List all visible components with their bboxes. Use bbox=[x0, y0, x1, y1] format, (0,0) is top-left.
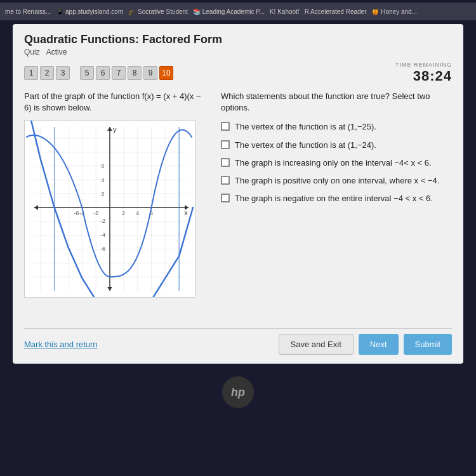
browser-tab[interactable]: 📚 Leading Academic P... bbox=[193, 8, 265, 15]
question-num-6[interactable]: 6 bbox=[96, 66, 110, 80]
svg-text:2: 2 bbox=[102, 192, 105, 198]
option-text-3: The graph is increasing only on the inte… bbox=[235, 157, 432, 169]
graph-svg: x y -6 -4 -2 2 4 6 6 4 2 -2 bbox=[25, 121, 195, 297]
question-bar: 1 2 3 5 6 7 8 9 10 TIME REMAINING 38:24 bbox=[24, 62, 452, 84]
svg-text:4: 4 bbox=[102, 178, 105, 184]
svg-text:x: x bbox=[184, 209, 188, 216]
question-num-9[interactable]: 9 bbox=[143, 66, 157, 80]
option-item-2[interactable]: The vertex of the function is at (1,−24)… bbox=[221, 140, 452, 151]
left-panel: Part of the graph of the function f(x) =… bbox=[24, 91, 208, 319]
svg-text:4: 4 bbox=[136, 210, 139, 216]
svg-text:-2: -2 bbox=[100, 218, 105, 224]
svg-text:y: y bbox=[113, 126, 117, 133]
graph-container: x y -6 -4 -2 2 4 6 6 4 2 -2 bbox=[24, 120, 195, 298]
option-checkbox-1[interactable] bbox=[221, 122, 230, 131]
save-exit-button[interactable]: Save and Exit bbox=[279, 334, 354, 355]
browser-tab[interactable]: me to Renaiss... bbox=[5, 8, 51, 15]
option-text-5: The graph is negative on the entire inte… bbox=[235, 193, 433, 204]
next-button[interactable]: Next bbox=[359, 334, 399, 355]
question-num-2[interactable]: 2 bbox=[40, 66, 54, 80]
quiz-type: Quiz bbox=[24, 48, 40, 56]
quiz-card: Quadratic Functions: Factored Form Quiz … bbox=[13, 24, 463, 364]
bottom-bar: Mark this and return Save and Exit Next … bbox=[24, 328, 452, 355]
option-item-5[interactable]: The graph is negative on the entire inte… bbox=[221, 193, 452, 204]
mark-return-link[interactable]: Mark this and return bbox=[24, 340, 98, 349]
svg-text:-6: -6 bbox=[74, 210, 79, 216]
question-numbers: 1 2 3 5 6 7 8 9 10 bbox=[24, 66, 173, 80]
hp-logo: hp bbox=[222, 376, 254, 408]
question-num-1[interactable]: 1 bbox=[24, 66, 38, 80]
right-question-text: Which statements about the function are … bbox=[221, 91, 452, 114]
browser-bar: me to Renaiss... 📱 app.studyisland.com 🎓… bbox=[0, 3, 476, 20]
question-num-5[interactable]: 5 bbox=[80, 66, 94, 80]
option-item-4[interactable]: The graph is positive only on one interv… bbox=[221, 175, 452, 187]
option-text-2: The vertex of the function is at (1,−24)… bbox=[235, 140, 376, 151]
option-checkbox-4[interactable] bbox=[221, 176, 230, 185]
option-item-1[interactable]: The vertex of the function is at (1,−25)… bbox=[221, 121, 452, 133]
svg-text:6: 6 bbox=[102, 164, 105, 170]
browser-tab[interactable]: R Accelerated Reader bbox=[305, 8, 367, 15]
submit-button[interactable]: Submit bbox=[404, 334, 452, 355]
timer-area: TIME REMAINING 38:24 bbox=[395, 62, 452, 84]
option-text-1: The vertex of the function is at (1,−25)… bbox=[235, 121, 376, 133]
option-checkbox-2[interactable] bbox=[221, 140, 230, 149]
quiz-title: Quadratic Functions: Factored Form bbox=[24, 33, 452, 46]
question-num-3[interactable]: 3 bbox=[56, 66, 70, 80]
question-content: Part of the graph of the function f(x) =… bbox=[24, 91, 452, 319]
svg-text:2: 2 bbox=[122, 210, 125, 216]
svg-text:-6: -6 bbox=[100, 246, 105, 252]
question-num-7[interactable]: 7 bbox=[112, 66, 126, 80]
left-question-text: Part of the graph of the function f(x) =… bbox=[24, 91, 208, 114]
timer-value: 38:24 bbox=[395, 68, 452, 84]
question-num-10[interactable]: 10 bbox=[159, 66, 173, 80]
option-item-3[interactable]: The graph is increasing only on the inte… bbox=[221, 157, 452, 169]
question-num-8[interactable]: 8 bbox=[128, 66, 142, 80]
svg-text:-2: -2 bbox=[93, 210, 98, 216]
option-checkbox-3[interactable] bbox=[221, 158, 230, 167]
browser-tab[interactable]: 🍯 Honey and... bbox=[371, 8, 416, 15]
browser-tab[interactable]: 🎓 Socrative Student bbox=[128, 8, 188, 15]
right-panel: Which statements about the function are … bbox=[221, 91, 452, 319]
bottom-buttons: Save and Exit Next Submit bbox=[279, 334, 452, 355]
options-list: The vertex of the function is at (1,−25)… bbox=[221, 121, 452, 204]
svg-text:-4: -4 bbox=[100, 232, 105, 238]
option-text-4: The graph is positive only on one interv… bbox=[235, 175, 439, 187]
browser-tab[interactable]: K! Kahoot! bbox=[270, 8, 300, 15]
quiz-meta: Quiz Active bbox=[24, 48, 452, 56]
browser-tab-active[interactable]: 📱 app.studyisland.com bbox=[56, 8, 123, 15]
timer-label: TIME REMAINING bbox=[395, 62, 452, 68]
option-checkbox-5[interactable] bbox=[221, 194, 230, 202]
quiz-status: Active bbox=[46, 48, 67, 56]
question-gap bbox=[72, 66, 78, 80]
